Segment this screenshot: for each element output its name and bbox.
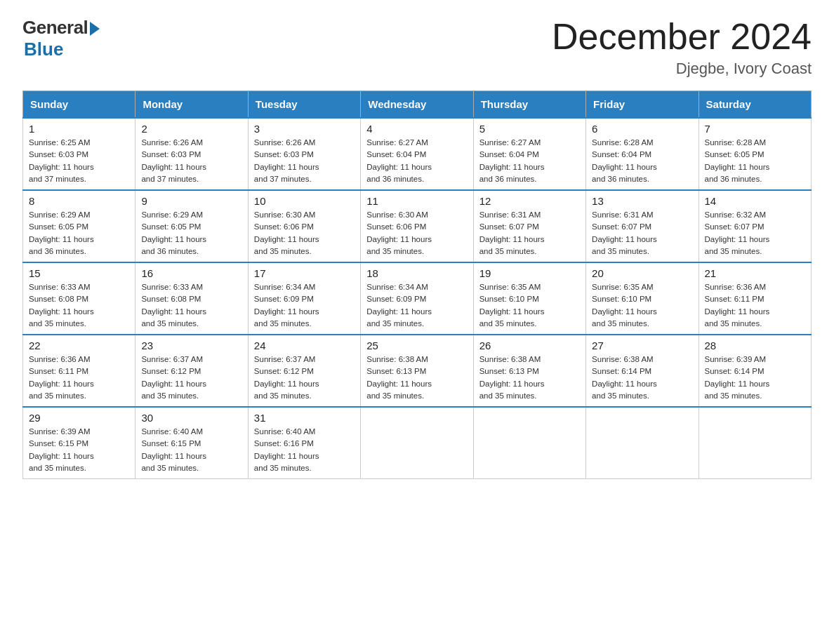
calendar-table: SundayMondayTuesdayWednesdayThursdayFrid… <box>22 90 812 479</box>
calendar-cell <box>699 407 811 479</box>
day-info: Sunrise: 6:28 AMSunset: 6:05 PMDaylight:… <box>705 137 805 185</box>
logo-general-text: General <box>22 17 88 39</box>
day-number: 12 <box>479 195 580 207</box>
calendar-cell: 9Sunrise: 6:29 AMSunset: 6:05 PMDaylight… <box>135 190 248 262</box>
day-number: 11 <box>366 195 467 207</box>
calendar-cell: 3Sunrise: 6:26 AMSunset: 6:03 PMDaylight… <box>248 118 360 190</box>
day-info: Sunrise: 6:39 AMSunset: 6:15 PMDaylight:… <box>29 426 129 474</box>
calendar-cell: 22Sunrise: 6:36 AMSunset: 6:11 PMDayligh… <box>23 335 135 407</box>
calendar-header-thursday: Thursday <box>473 91 585 119</box>
day-number: 20 <box>592 267 692 279</box>
day-number: 1 <box>29 123 129 135</box>
calendar-cell: 20Sunrise: 6:35 AMSunset: 6:10 PMDayligh… <box>586 262 699 335</box>
day-number: 17 <box>254 267 355 279</box>
day-number: 3 <box>254 123 355 135</box>
day-number: 26 <box>479 340 580 351</box>
calendar-cell: 11Sunrise: 6:30 AMSunset: 6:06 PMDayligh… <box>361 190 473 262</box>
day-number: 29 <box>29 412 129 424</box>
day-info: Sunrise: 6:38 AMSunset: 6:13 PMDaylight:… <box>366 354 467 402</box>
calendar-cell: 29Sunrise: 6:39 AMSunset: 6:15 PMDayligh… <box>23 407 135 479</box>
calendar-week-5: 29Sunrise: 6:39 AMSunset: 6:15 PMDayligh… <box>23 407 812 479</box>
day-info: Sunrise: 6:36 AMSunset: 6:11 PMDaylight:… <box>705 281 805 330</box>
calendar-header-wednesday: Wednesday <box>361 91 473 119</box>
day-info: Sunrise: 6:30 AMSunset: 6:06 PMDaylight:… <box>366 209 467 257</box>
calendar-header-saturday: Saturday <box>699 91 811 119</box>
day-info: Sunrise: 6:35 AMSunset: 6:10 PMDaylight:… <box>479 281 580 330</box>
calendar-cell: 15Sunrise: 6:33 AMSunset: 6:08 PMDayligh… <box>23 262 135 335</box>
day-number: 18 <box>366 267 467 279</box>
day-number: 22 <box>29 340 129 351</box>
day-info: Sunrise: 6:26 AMSunset: 6:03 PMDaylight:… <box>141 137 241 185</box>
calendar-cell: 1Sunrise: 6:25 AMSunset: 6:03 PMDaylight… <box>23 118 135 190</box>
calendar-cell: 24Sunrise: 6:37 AMSunset: 6:12 PMDayligh… <box>248 335 360 407</box>
calendar-cell: 13Sunrise: 6:31 AMSunset: 6:07 PMDayligh… <box>586 190 699 262</box>
day-number: 4 <box>366 123 467 135</box>
day-number: 10 <box>254 195 355 207</box>
day-number: 16 <box>141 267 241 279</box>
day-number: 23 <box>141 340 241 351</box>
month-title: December 2024 <box>552 17 812 57</box>
day-info: Sunrise: 6:27 AMSunset: 6:04 PMDaylight:… <box>366 137 467 185</box>
calendar-header-monday: Monday <box>135 91 248 119</box>
day-info: Sunrise: 6:33 AMSunset: 6:08 PMDaylight:… <box>29 281 129 330</box>
calendar-cell <box>586 407 699 479</box>
day-number: 19 <box>479 267 580 279</box>
day-info: Sunrise: 6:36 AMSunset: 6:11 PMDaylight:… <box>29 354 129 402</box>
calendar-cell: 23Sunrise: 6:37 AMSunset: 6:12 PMDayligh… <box>135 335 248 407</box>
day-info: Sunrise: 6:31 AMSunset: 6:07 PMDaylight:… <box>592 209 692 257</box>
calendar-header-tuesday: Tuesday <box>248 91 360 119</box>
day-info: Sunrise: 6:25 AMSunset: 6:03 PMDaylight:… <box>29 137 129 185</box>
day-info: Sunrise: 6:35 AMSunset: 6:10 PMDaylight:… <box>592 281 692 330</box>
day-info: Sunrise: 6:29 AMSunset: 6:05 PMDaylight:… <box>29 209 129 257</box>
day-info: Sunrise: 6:29 AMSunset: 6:05 PMDaylight:… <box>141 209 241 257</box>
calendar-cell: 12Sunrise: 6:31 AMSunset: 6:07 PMDayligh… <box>473 190 585 262</box>
calendar-cell: 21Sunrise: 6:36 AMSunset: 6:11 PMDayligh… <box>699 262 811 335</box>
day-info: Sunrise: 6:37 AMSunset: 6:12 PMDaylight:… <box>141 354 241 402</box>
logo-blue-text: Blue <box>24 39 63 60</box>
calendar-cell: 28Sunrise: 6:39 AMSunset: 6:14 PMDayligh… <box>699 335 811 407</box>
calendar-cell: 30Sunrise: 6:40 AMSunset: 6:15 PMDayligh… <box>135 407 248 479</box>
calendar-week-1: 1Sunrise: 6:25 AMSunset: 6:03 PMDaylight… <box>23 118 812 190</box>
calendar-cell <box>361 407 473 479</box>
title-section: December 2024 Djegbe, Ivory Coast <box>552 17 812 78</box>
calendar-cell: 31Sunrise: 6:40 AMSunset: 6:16 PMDayligh… <box>248 407 360 479</box>
day-number: 9 <box>141 195 241 207</box>
day-number: 30 <box>141 412 241 424</box>
calendar-cell: 16Sunrise: 6:33 AMSunset: 6:08 PMDayligh… <box>135 262 248 335</box>
calendar-week-4: 22Sunrise: 6:36 AMSunset: 6:11 PMDayligh… <box>23 335 812 407</box>
location-label: Djegbe, Ivory Coast <box>552 60 812 78</box>
day-number: 14 <box>705 195 805 207</box>
calendar-cell: 18Sunrise: 6:34 AMSunset: 6:09 PMDayligh… <box>361 262 473 335</box>
calendar-cell: 17Sunrise: 6:34 AMSunset: 6:09 PMDayligh… <box>248 262 360 335</box>
calendar-header-sunday: Sunday <box>23 91 135 119</box>
calendar-header-row: SundayMondayTuesdayWednesdayThursdayFrid… <box>23 91 812 119</box>
day-number: 27 <box>592 340 692 351</box>
calendar-cell: 5Sunrise: 6:27 AMSunset: 6:04 PMDaylight… <box>473 118 585 190</box>
logo: General Blue <box>22 17 100 60</box>
day-number: 7 <box>705 123 805 135</box>
day-info: Sunrise: 6:27 AMSunset: 6:04 PMDaylight:… <box>479 137 580 185</box>
day-number: 31 <box>254 412 355 424</box>
day-info: Sunrise: 6:38 AMSunset: 6:14 PMDaylight:… <box>592 354 692 402</box>
day-number: 25 <box>366 340 467 351</box>
day-number: 24 <box>254 340 355 351</box>
day-info: Sunrise: 6:32 AMSunset: 6:07 PMDaylight:… <box>705 209 805 257</box>
day-info: Sunrise: 6:37 AMSunset: 6:12 PMDaylight:… <box>254 354 355 402</box>
day-number: 28 <box>705 340 805 351</box>
day-number: 2 <box>141 123 241 135</box>
calendar-header-friday: Friday <box>586 91 699 119</box>
calendar-cell: 2Sunrise: 6:26 AMSunset: 6:03 PMDaylight… <box>135 118 248 190</box>
calendar-cell: 10Sunrise: 6:30 AMSunset: 6:06 PMDayligh… <box>248 190 360 262</box>
calendar-cell: 6Sunrise: 6:28 AMSunset: 6:04 PMDaylight… <box>586 118 699 190</box>
day-info: Sunrise: 6:34 AMSunset: 6:09 PMDaylight:… <box>254 281 355 330</box>
day-info: Sunrise: 6:26 AMSunset: 6:03 PMDaylight:… <box>254 137 355 185</box>
calendar-cell: 25Sunrise: 6:38 AMSunset: 6:13 PMDayligh… <box>361 335 473 407</box>
day-number: 21 <box>705 267 805 279</box>
day-info: Sunrise: 6:33 AMSunset: 6:08 PMDaylight:… <box>141 281 241 330</box>
page-header: General Blue December 2024 Djegbe, Ivory… <box>22 17 812 78</box>
calendar-cell <box>473 407 585 479</box>
day-number: 6 <box>592 123 692 135</box>
day-info: Sunrise: 6:34 AMSunset: 6:09 PMDaylight:… <box>366 281 467 330</box>
calendar-cell: 4Sunrise: 6:27 AMSunset: 6:04 PMDaylight… <box>361 118 473 190</box>
day-number: 8 <box>29 195 129 207</box>
